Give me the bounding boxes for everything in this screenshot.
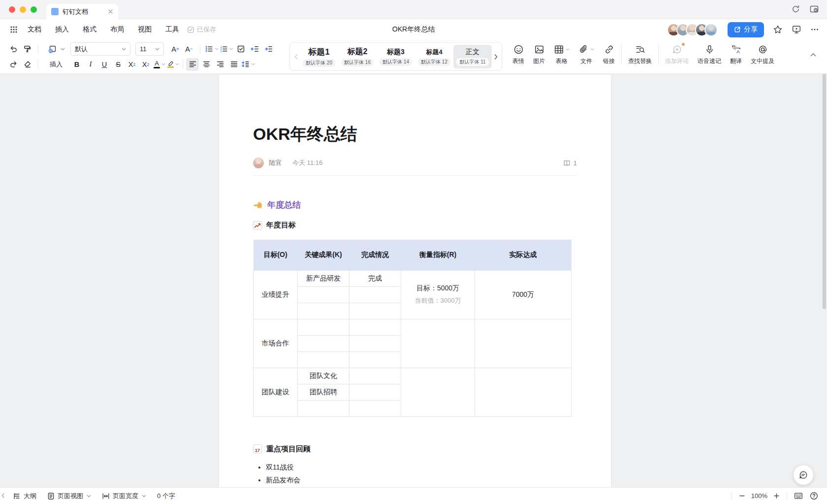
menu-insert[interactable]: 插入 <box>55 25 69 34</box>
favorite-star-icon[interactable] <box>773 25 783 34</box>
key-result-cell[interactable] <box>298 335 350 351</box>
voice-note-button[interactable]: 语音速记 <box>693 43 726 65</box>
page-width-select[interactable]: 页面宽度 <box>102 492 146 501</box>
style-heading3[interactable]: 标题3 默认字体 14 <box>377 45 415 68</box>
subscript-button[interactable]: X2 <box>126 58 138 71</box>
zoom-window-button[interactable] <box>31 6 37 13</box>
superscript-button[interactable]: X2 <box>139 58 152 71</box>
document-page[interactable]: OKR年终总结 陆宜 今天 11:16 1 年度总结 年度目标 <box>219 75 611 487</box>
status-cell[interactable] <box>350 303 401 319</box>
objective-cell[interactable]: 团队建设 <box>254 368 298 416</box>
insert-block-dropdown[interactable] <box>43 42 69 56</box>
indent-decrease-button[interactable] <box>248 43 261 56</box>
metric-cell[interactable] <box>401 368 475 416</box>
zoom-out-icon[interactable] <box>739 493 745 499</box>
link-button[interactable]: 链接 <box>599 43 619 65</box>
status-cell[interactable] <box>350 400 401 416</box>
key-result-cell[interactable]: 团队招聘 <box>298 384 350 400</box>
find-replace-button[interactable]: 查找替换 <box>624 43 656 65</box>
font-color-button[interactable]: A <box>153 58 166 71</box>
table-row[interactable]: 市场合作 <box>254 319 572 335</box>
key-result-cell[interactable]: 团队文化 <box>298 368 350 384</box>
menu-view[interactable]: 视图 <box>138 25 152 34</box>
refresh-icon[interactable] <box>791 4 800 14</box>
section-annual-summary[interactable]: 年度总结 <box>253 199 577 211</box>
actual-cell[interactable] <box>475 368 572 416</box>
line-spacing-button[interactable] <box>241 58 255 71</box>
key-result-cell[interactable] <box>298 303 350 319</box>
status-cell[interactable] <box>350 351 401 368</box>
numbered-list-button[interactable]: 123 <box>220 43 233 56</box>
chat-assistant-button[interactable] <box>794 465 813 485</box>
image-button[interactable]: 图片 <box>529 43 549 65</box>
document-title[interactable]: OKR年终总结 <box>253 123 577 146</box>
shortcuts-icon[interactable] <box>794 492 803 500</box>
add-comment-button[interactable]: 添加评论 <box>661 43 693 65</box>
status-cell[interactable] <box>350 384 401 400</box>
status-cell[interactable]: 完成 <box>350 270 401 286</box>
menu-tools[interactable]: 工具 <box>165 25 179 34</box>
underline-button[interactable]: U <box>98 58 111 71</box>
list-item[interactable]: 双11战役 <box>266 461 577 473</box>
mention-button[interactable]: 文中提及 <box>746 43 779 65</box>
actual-cell[interactable] <box>475 319 572 368</box>
align-left-button[interactable] <box>186 58 199 71</box>
help-icon[interactable] <box>810 492 818 500</box>
key-result-cell[interactable] <box>298 351 350 368</box>
section-annual-goals[interactable]: 年度目标 <box>253 220 577 230</box>
menu-layout[interactable]: 布局 <box>110 25 124 34</box>
menu-document[interactable]: 文档 <box>28 25 41 34</box>
bullet-list-button[interactable] <box>205 43 219 56</box>
history-window-icon[interactable] <box>809 4 819 14</box>
status-cell[interactable] <box>350 319 401 335</box>
menu-format[interactable]: 格式 <box>83 25 96 34</box>
styles-scroll-right-icon[interactable] <box>492 54 500 60</box>
table-row[interactable]: 团队建设 团队文化 <box>254 368 572 384</box>
avatar[interactable] <box>704 23 718 36</box>
okr-table[interactable]: 目标(O) 关键成果(K) 完成情况 衡量指标(R) 实际达成 业绩提升 新产品… <box>253 240 572 417</box>
strikethrough-button[interactable]: S <box>112 58 125 71</box>
style-heading4[interactable]: 标题4 默认字体 12 <box>415 45 453 68</box>
objective-cell[interactable]: 业绩提升 <box>254 270 298 319</box>
collapse-toolbar-icon[interactable] <box>810 53 816 57</box>
objective-cell[interactable]: 市场合作 <box>254 319 298 368</box>
insert-button[interactable]: 插入 <box>43 58 69 71</box>
align-justify-button[interactable] <box>227 58 240 71</box>
table-row[interactable]: 业绩提升 新产品研发 完成 目标：5000万 当前值：3000万 7000万 <box>254 270 572 286</box>
browser-tab[interactable]: 钉钉文档 <box>46 4 118 19</box>
highlight-color-button[interactable] <box>167 58 180 71</box>
more-icon[interactable] <box>810 25 819 34</box>
present-icon[interactable] <box>792 25 801 34</box>
bold-button[interactable]: B <box>70 58 83 71</box>
font-size-select[interactable]: 11 <box>135 42 164 56</box>
key-result-cell[interactable] <box>298 319 350 335</box>
table-button[interactable]: 表格 <box>549 43 574 65</box>
key-result-cell[interactable] <box>298 286 350 303</box>
section-key-projects[interactable]: 17 重点项目回顾 <box>253 444 577 454</box>
vertical-scrollbar[interactable] <box>823 74 826 309</box>
decrease-font-button[interactable]: A− <box>183 43 195 56</box>
undo-button[interactable] <box>7 43 20 56</box>
redo-button[interactable] <box>7 58 20 71</box>
translate-button[interactable]: 中A 翻译 <box>726 43 746 65</box>
italic-button[interactable]: I <box>84 58 97 71</box>
key-result-cell[interactable]: 新产品研发 <box>298 270 350 286</box>
page-view-select[interactable]: 页面视图 <box>47 492 91 501</box>
metric-cell[interactable] <box>401 319 475 368</box>
metric-cell[interactable]: 目标：5000万 当前值：3000万 <box>401 270 475 319</box>
list-item[interactable]: 新品发布会 <box>266 473 577 486</box>
status-cell[interactable] <box>350 368 401 384</box>
file-button[interactable]: 文件 <box>574 43 599 65</box>
style-body-text[interactable]: 正文 默认字体 11 <box>453 45 492 68</box>
styles-scroll-left-icon[interactable] <box>292 54 300 60</box>
font-family-select[interactable]: 默认 <box>70 42 130 56</box>
close-window-button[interactable] <box>9 6 15 13</box>
increase-font-button[interactable]: A+ <box>169 43 182 56</box>
statusbar-collapse-icon[interactable] <box>1 493 4 498</box>
outline-toggle[interactable]: 大纲 <box>13 492 36 501</box>
format-painter-button[interactable] <box>21 43 33 56</box>
status-cell[interactable] <box>350 335 401 351</box>
status-cell[interactable] <box>350 286 401 303</box>
close-tab-icon[interactable] <box>108 9 113 14</box>
task-list-button[interactable] <box>234 43 247 56</box>
